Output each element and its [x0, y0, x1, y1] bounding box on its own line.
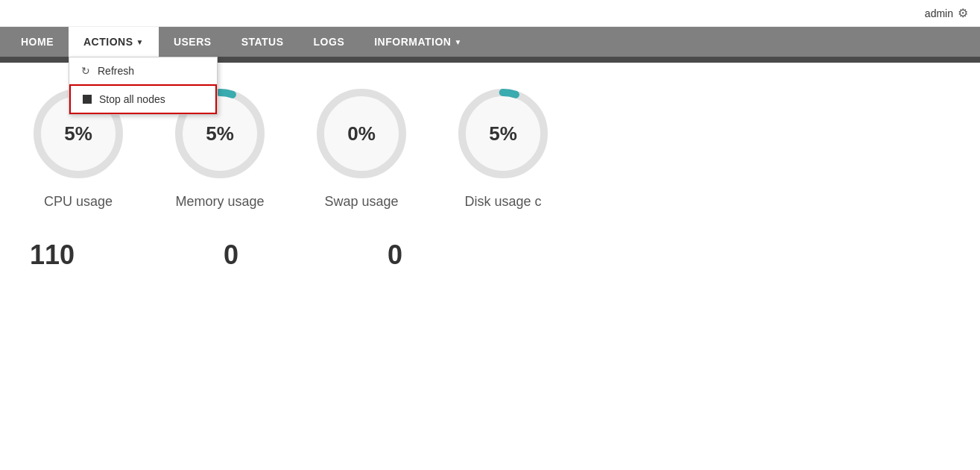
- stat-value-2: 0: [224, 239, 238, 271]
- refresh-icon: ↻: [81, 65, 90, 77]
- nav-item-logs[interactable]: LOGS: [299, 27, 360, 57]
- gauge-cpu-percent: 5%: [64, 122, 92, 145]
- nav-item-actions[interactable]: ACTIONS ▼: [69, 27, 159, 57]
- actions-dropdown-wrapper: ACTIONS ▼ ↻ Refresh Stop all nodes: [69, 27, 159, 57]
- top-bar: admin ⚙: [0, 0, 980, 27]
- stop-icon: [83, 95, 92, 104]
- dropdown-item-stop-all-nodes[interactable]: Stop all nodes: [69, 84, 217, 114]
- navbar: HOME ACTIONS ▼ ↻ Refresh Stop all nodes …: [0, 27, 980, 57]
- nav-item-status[interactable]: STATUS: [227, 27, 299, 57]
- gauge-disk-circle: 5%: [455, 85, 551, 182]
- username-label: admin: [925, 7, 953, 19]
- user-info: admin ⚙: [925, 6, 968, 20]
- nav-item-users[interactable]: USERS: [159, 27, 227, 57]
- stat-value-1: 110: [30, 239, 75, 271]
- gauge-memory-percent: 5%: [206, 122, 234, 145]
- gauge-swap-circle: 0%: [313, 85, 410, 182]
- dropdown-item-refresh[interactable]: ↻ Refresh: [69, 57, 217, 84]
- nav-item-home[interactable]: HOME: [6, 27, 69, 57]
- information-dropdown-arrow: ▼: [454, 38, 461, 46]
- gauge-memory-label: Memory usage: [175, 194, 264, 210]
- gauge-swap: 0% Swap usage: [313, 85, 410, 210]
- gauge-swap-percent: 0%: [347, 122, 376, 145]
- gauge-disk-percent: 5%: [489, 122, 517, 145]
- nav-item-information[interactable]: INFORMATION ▼: [359, 27, 477, 57]
- gauge-disk: 5% Disk usage c: [455, 85, 551, 210]
- gauge-swap-label: Swap usage: [324, 194, 398, 210]
- settings-icon[interactable]: ⚙: [958, 6, 968, 20]
- actions-dropdown-menu: ↻ Refresh Stop all nodes: [69, 57, 218, 115]
- gauge-disk-label: Disk usage c: [464, 194, 541, 210]
- stat-item-1: 110: [30, 239, 75, 271]
- stat-item-3: 0: [388, 239, 402, 271]
- stop-all-nodes-label: Stop all nodes: [99, 93, 165, 105]
- stat-value-3: 0: [388, 239, 402, 271]
- stats-row: 110 0 0: [30, 239, 950, 271]
- actions-dropdown-arrow: ▼: [136, 38, 144, 46]
- stat-item-2: 0: [224, 239, 238, 271]
- gauge-cpu-label: CPU usage: [44, 194, 113, 210]
- refresh-label: Refresh: [98, 65, 134, 77]
